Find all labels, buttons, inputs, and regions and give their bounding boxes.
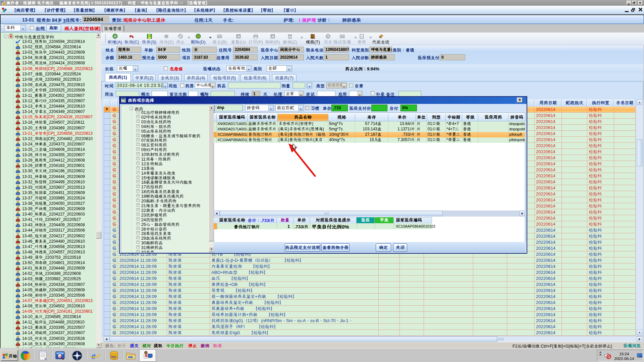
svg-text:e: e bbox=[91, 350, 96, 361]
svg-text:SQL: SQL bbox=[58, 355, 63, 357]
svg-text:SQL: SQL bbox=[111, 355, 117, 358]
